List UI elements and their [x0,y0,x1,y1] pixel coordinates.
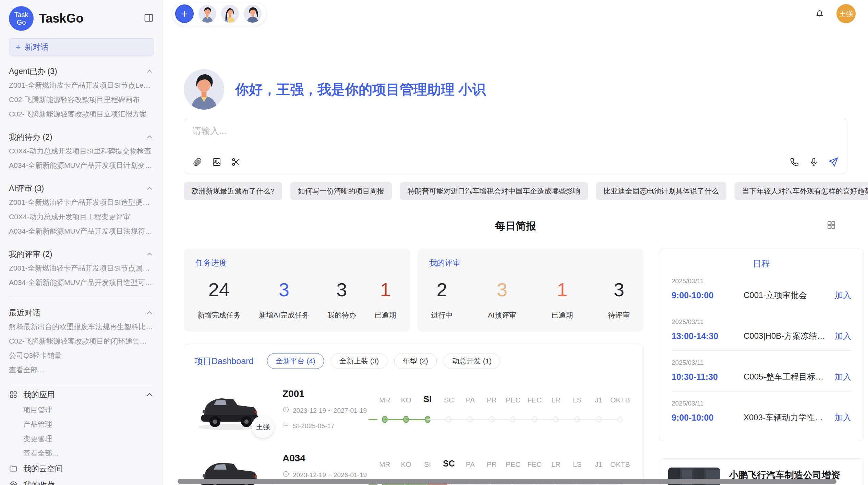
milestone-connector [599,419,620,420]
milestone-connector [470,419,492,420]
avatar[interactable] [221,5,239,23]
main-area: + [163,0,868,485]
sidebar-app-item[interactable]: 查看全部... [23,446,154,460]
sidebar-item[interactable]: C0X4-动力总成开发项目工程变更评审 [9,210,154,224]
milestone-label: PA [460,392,481,404]
sidebar-item[interactable]: C02-飞腾新能源轻客改款项目的闭环通告反馈情况 [9,334,154,348]
sidebar-section-header[interactable]: AI评审 (3) [9,182,154,195]
attachment-icon[interactable] [192,157,203,167]
sidebar-item[interactable]: A034-全新新能源MUV产品开发项目计划变更表编写 [9,158,154,173]
chevron-up-icon[interactable] [145,390,154,399]
join-meeting-link[interactable]: 加入 [835,412,851,423]
sidebar-item-shortcut[interactable]: 我的云空间 [9,460,154,477]
dashboard-filter-chip[interactable]: 全新上装 (3) [331,353,388,369]
milestone-label: FEC [524,392,545,404]
schedule-time: 13:00-14:30 [672,331,744,341]
project-flag: SI-2025-05-17 [282,422,366,430]
milestone: PEC [503,392,524,427]
stat-label: 进行中 [431,310,453,320]
suggestion-chip[interactable]: 如何写一份清晰的项目周报 [290,182,392,200]
sidebar-item[interactable]: A034-全新新能源MUV产品开发项目法规符合性评审 [9,224,154,238]
dashboard-filter-chip[interactable]: 年型 (2) [394,353,437,369]
sidebar-item[interactable]: C0X4-动力总成开发项目SI里程碑提交物检查 [9,144,154,158]
suggestion-chip[interactable]: 比亚迪全固态电池计划具体说了什么 [596,182,726,200]
add-member-button[interactable]: + [175,4,194,23]
right-column: 日程 2025/03/119:00-10:00C001-立项审批会加入2025/… [659,249,864,485]
milestone-track: MRKOSISCPAPRPECFECLRLSJ1OKTB [374,392,633,427]
schedule-date: 2025/03/11 [672,400,851,407]
join-meeting-link[interactable]: 加入 [835,290,851,301]
join-meeting-link[interactable]: 加入 [835,331,851,341]
new-chat-button[interactable]: + 新对话 [9,38,154,55]
sidebar-section-header[interactable]: 最近对话 [9,306,154,320]
sidebar-item[interactable]: Z001-全新燃油轻卡产品开发项目SI节点属性5D文件评审 [9,261,154,275]
sidebar-item[interactable]: Z001-全新燃油皮卡产品开发项目SI节点Lesson Learn报告 [9,78,154,92]
stat-value: 3 [608,278,630,301]
sidebar-section-header[interactable]: Agent已办 (3) [9,64,154,78]
schedule-meeting-title: X003-车辆动力学性能验... [744,412,830,423]
milestone-label: KO [395,456,417,469]
collapse-sidebar-icon[interactable] [144,13,154,24]
sidebar-item-my-apps[interactable]: 我的应用 [9,386,154,403]
view-all-schedule-link[interactable]: 查看所有日程 [672,440,851,441]
milestone-label: LR [545,456,566,469]
app-title: TaskGo [39,11,138,26]
avatar[interactable] [244,5,262,23]
assistant-avatar [184,69,224,110]
microphone-icon[interactable] [809,157,819,167]
sidebar-item-shortcut[interactable]: 我的收藏 [9,477,154,485]
user-avatar[interactable]: 王强 [836,4,856,23]
sidebar-section-header[interactable]: 我的待办 (2) [9,130,154,144]
stats-row: 任务进度24新增完成任务3新增AI完成任务3我的待办1已逾期我的评审2进行中3A… [184,249,643,332]
stat-label: 新增完成任务 [197,310,241,320]
sidebar-item[interactable]: C02-飞腾新能源轻客改款项目立项汇报方案 [9,107,154,121]
schedule-time: 9:00-10:00 [672,290,744,300]
sidebar-item[interactable]: 解释最新出台的欧盟报废车法规再生塑料比例被调至15%... [9,320,154,334]
horizontal-scrollbar[interactable] [178,479,836,484]
sidebar-item[interactable]: Z001-全新燃油轻卡产品开发项目SI造型提交物评审 [9,195,154,210]
suggestion-chip[interactable]: 欧洲新规最近颁布了什么? [184,182,282,200]
stat-item: 1已逾期 [551,278,573,320]
dashboard-filter-chip[interactable]: 全新平台 (4) [267,353,324,369]
milestone-label: PA [460,456,481,469]
chat-input[interactable] [192,125,839,157]
scissors-icon[interactable] [231,157,241,167]
milestone: KO [395,392,417,427]
dashboard-header: 项目Dashboard 全新平台 (4)全新上装 (3)年型 (2)动总开发 (… [194,353,633,369]
milestone: LR [545,392,566,427]
milestone: PR [481,392,502,427]
schedule-date: 2025/03/11 [672,277,851,285]
join-meeting-link[interactable]: 加入 [835,371,851,382]
project-owner-badge: 王强 [252,415,274,438]
chevron-up-icon [145,250,154,259]
project-list: 王强Z0012023-12-19 ~ 2027-01-19SI-2025-05-… [194,385,633,485]
sidebar-app-item[interactable]: 项目管理 [23,403,154,417]
suggestion-chip[interactable]: 当下年轻人对汽车外观有怎样的喜好趋势 [735,182,868,200]
sidebar-app-item[interactable]: 变更管理 [23,432,154,446]
view-all-link[interactable]: 查看全部... [9,363,154,377]
chevron-up-icon [145,308,154,317]
milestone: PA [460,392,481,427]
sidebar-app-item[interactable]: 产品管理 [23,417,154,432]
sidebar-section-header[interactable]: 我的评审 (2) [9,247,154,261]
suggestion-chip[interactable]: 特朗普可能对进口汽车增税会对中国车企造成哪些影响 [400,182,588,200]
milestone-dot[interactable] [617,416,623,423]
stat-item: 1已逾期 [374,278,396,320]
sidebar-item[interactable]: C02-飞腾新能源轻客改款项目里程碑画布 [9,92,154,107]
phone-icon[interactable] [789,157,800,167]
dashboard-filter-chip[interactable]: 动总开发 (1) [444,353,501,369]
schedule-row: 10:30-11:30C005-整车工程目标评审加入 [672,371,851,382]
project-row: 王强Z0012023-12-19 ~ 2027-01-19SI-2025-05-… [194,385,633,433]
avatar[interactable] [198,5,216,23]
notification-bell-icon[interactable] [815,9,825,19]
image-icon[interactable] [212,157,222,167]
send-icon[interactable] [828,157,839,167]
sidebar-item[interactable]: 公司Q3轻卡销量 [9,348,154,363]
milestone-label: LR [545,392,566,404]
sidebar-item[interactable]: A034-全新新能源MUV产品开发项目造型可行性评审 [9,275,154,290]
project-vehicle-image: 王强 [194,385,265,433]
chevron-up-icon [145,67,154,76]
topbar: + [163,0,868,27]
layout-grid-icon[interactable] [826,220,836,232]
stats-card-title: 我的评审 [429,258,632,268]
